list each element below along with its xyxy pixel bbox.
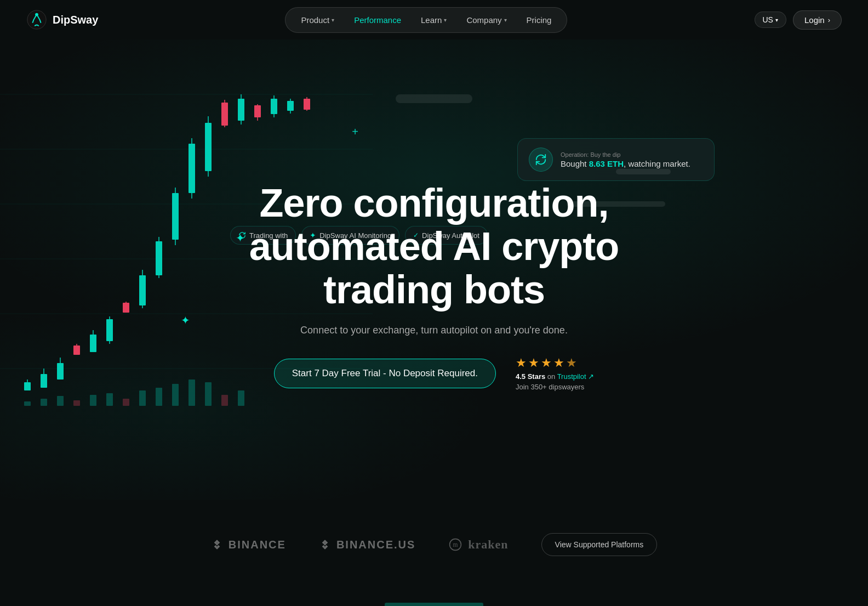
star-3: ★: [541, 356, 552, 370]
view-platforms-button[interactable]: View Supported Platforms: [541, 533, 658, 556]
svg-rect-37: [254, 105, 261, 117]
chevron-down-icon: ▾: [775, 17, 778, 23]
svg-point-1: [35, 13, 38, 16]
brand-name: DipSway: [53, 14, 98, 26]
svg-rect-35: [238, 99, 244, 121]
operation-description: Bought 8.63 ETH, watching market.: [561, 159, 690, 168]
nav-item-product[interactable]: Product ▾: [292, 11, 343, 29]
nav-right: US ▾ Login ›: [755, 10, 842, 30]
navbar: DipSway Product ▾ Performance Learn ▾ Co…: [0, 0, 868, 39]
svg-rect-43: [304, 99, 310, 110]
hero-content: Zero configuration, automated AI cryptot…: [187, 182, 681, 392]
chevron-down-icon: ▾: [332, 17, 334, 23]
star-2: ★: [528, 356, 539, 370]
binance-us-name: BINANCE.US: [336, 539, 415, 551]
svg-rect-52: [139, 390, 146, 406]
hero-cta-row: Start 7 Day Free Trial - No Deposit Requ…: [187, 356, 681, 391]
nav-item-performance[interactable]: Performance: [345, 11, 410, 29]
svg-rect-31: [205, 123, 212, 171]
svg-rect-48: [73, 400, 80, 406]
svg-rect-49: [90, 395, 96, 406]
svg-rect-25: [156, 241, 162, 275]
trial-button[interactable]: Start 7 Day Free Trial - No Deposit Requ…: [274, 359, 496, 388]
operation-card: Operation: Buy the dip Bought 8.63 ETH, …: [517, 138, 715, 181]
svg-rect-45: [24, 401, 31, 406]
scroll-hint: [385, 603, 483, 606]
svg-text:m: m: [453, 541, 458, 548]
svg-rect-54: [172, 384, 179, 406]
svg-rect-50: [106, 393, 113, 406]
nav-item-learn[interactable]: Learn ▾: [412, 11, 455, 29]
trustpilot-link[interactable]: Trustpilot ↗: [557, 372, 595, 381]
hero-bar-mid: [616, 169, 671, 174]
binance-us-logo: BINANCE.US: [319, 539, 415, 551]
brand-logo[interactable]: DipSway: [26, 9, 98, 30]
trustpilot-text: 4.5 Stars on Trustpilot ↗: [516, 372, 594, 381]
brand-icon: [26, 9, 47, 30]
login-button[interactable]: Login ›: [793, 10, 842, 30]
svg-rect-27: [172, 193, 179, 240]
svg-rect-51: [123, 399, 129, 406]
hero-subtitle: Connect to your exchange, turn autopilot…: [297, 325, 571, 336]
hero-bar-top: [396, 94, 472, 103]
svg-rect-23: [139, 275, 146, 305]
kraken-name: kraken: [468, 537, 508, 552]
svg-rect-47: [57, 396, 64, 406]
svg-rect-58: [238, 390, 244, 406]
svg-rect-41: [287, 101, 294, 111]
star-rating: ★ ★ ★ ★ ★: [516, 356, 577, 370]
svg-rect-46: [41, 399, 47, 406]
svg-rect-13: [57, 363, 64, 380]
star-half: ★: [566, 356, 577, 370]
hero-section: + Operation: Buy the dip Bou: [0, 39, 868, 500]
star-4: ★: [553, 356, 564, 370]
chevron-down-icon: ▾: [504, 17, 507, 23]
binance-logo: BINANCE: [211, 539, 286, 551]
trustpilot-block: ★ ★ ★ ★ ★ 4.5 Stars on Trustpilot ↗ Join…: [516, 356, 594, 391]
svg-rect-17: [90, 335, 96, 352]
nav-menu: Product ▾ Performance Learn ▾ Company ▾ …: [285, 7, 567, 33]
chevron-down-icon: ▾: [444, 17, 447, 23]
platforms-section: BINANCE BINANCE.US m kraken View Support…: [0, 511, 868, 578]
kraken-logo: m kraken: [448, 537, 508, 552]
hero-title: Zero configuration, automated AI cryptot…: [187, 182, 681, 312]
svg-rect-11: [41, 374, 47, 388]
svg-rect-53: [156, 388, 162, 406]
svg-rect-57: [221, 395, 228, 406]
svg-rect-9: [24, 382, 31, 390]
operation-label: Operation: Buy the dip: [561, 151, 690, 158]
svg-rect-15: [73, 346, 80, 355]
kraken-icon: m: [448, 537, 462, 552]
arrow-right-icon: ›: [828, 16, 830, 24]
svg-rect-33: [221, 103, 228, 126]
svg-text:+: +: [352, 126, 358, 138]
svg-rect-39: [271, 99, 277, 114]
binance-name: BINANCE: [229, 539, 286, 551]
language-selector[interactable]: US ▾: [755, 12, 786, 28]
nav-item-company[interactable]: Company ▾: [458, 11, 515, 29]
sync-icon: [529, 148, 553, 172]
binance-icon: [211, 539, 223, 551]
star-1: ★: [516, 356, 527, 370]
nav-item-pricing[interactable]: Pricing: [518, 11, 561, 29]
svg-rect-21: [123, 303, 129, 313]
join-text: Join 350+ dipswayers: [516, 383, 584, 391]
svg-rect-19: [106, 319, 113, 341]
binance-us-icon: [319, 539, 331, 551]
